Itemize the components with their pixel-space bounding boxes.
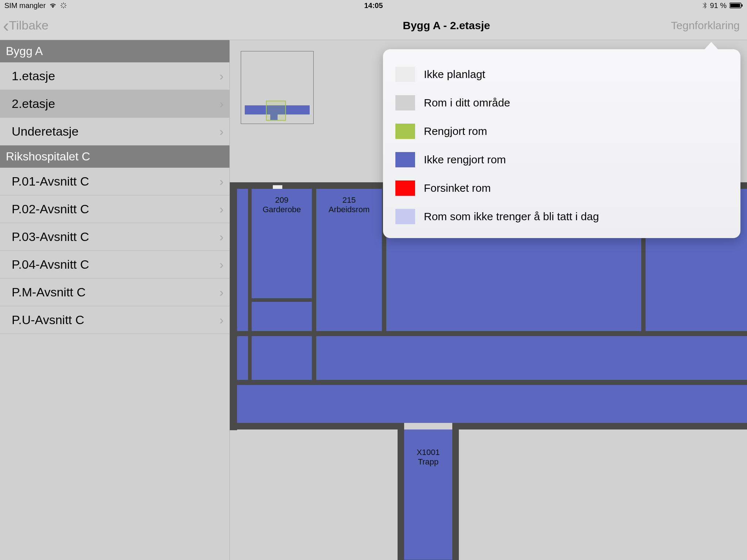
legend-swatch (395, 180, 415, 196)
sidebar-item-pm[interactable]: P.M-Avsnitt C › (0, 279, 229, 306)
room[interactable] (316, 336, 747, 380)
room-215[interactable]: 215 Arbeidsrom (316, 189, 382, 331)
svg-line-6 (62, 7, 62, 7)
wall (237, 331, 747, 336)
sidebar-item-p02[interactable]: P.02-Avsnitt C › (0, 195, 229, 223)
legend-label: Rengjort rom (424, 125, 487, 137)
room[interactable] (237, 385, 747, 423)
legend-label: Forsinket rom (424, 182, 491, 194)
legend-label: Ikke planlagt (424, 68, 485, 81)
svg-line-3 (65, 7, 66, 7)
chevron-right-icon: › (220, 97, 224, 111)
legend-popover: Ikke planlagt Rom i ditt område Rengjort… (383, 49, 740, 238)
wall (230, 182, 237, 430)
sidebar-item-label: P.U-Avsnitt C (12, 313, 84, 327)
room-number: 215 (342, 195, 356, 205)
legend-item: Rom i ditt område (383, 89, 740, 117)
wall (230, 423, 401, 429)
wall (248, 189, 252, 331)
map-area[interactable]: 209 Garderobe 215 Arbeidsrom X1001 Trapp (230, 40, 747, 560)
legend-label: Rom som ikke trenger å bli tatt i dag (424, 210, 599, 223)
sidebar-item-label: P.03-Avsnitt C (12, 230, 89, 244)
room[interactable] (252, 336, 312, 380)
bluetooth-icon (703, 2, 707, 9)
room-label: Garderobe (263, 205, 301, 214)
wall (312, 336, 316, 380)
floor-plan[interactable]: 209 Garderobe 215 Arbeidsrom X1001 Trapp (230, 219, 747, 427)
legend-label: Rom i ditt område (424, 97, 510, 109)
sidebar: Bygg A 1.etasje › 2.etasje › Underetasje… (0, 40, 230, 560)
room-label: Trapp (418, 457, 439, 467)
sidebar-item-label: 1.etasje (12, 69, 55, 83)
sidebar-item-pu[interactable]: P.U-Avsnitt C › (0, 306, 229, 334)
chevron-right-icon: › (220, 285, 224, 299)
sidebar-item-label: P.M-Avsnitt C (12, 285, 86, 299)
chevron-right-icon: › (220, 124, 224, 139)
room-number: 209 (275, 195, 289, 205)
wifi-icon (49, 3, 57, 8)
wall (452, 423, 747, 429)
room-label: Arbeidsrom (329, 205, 369, 214)
door-marker (273, 185, 282, 189)
sim-status: SIM mangler (4, 1, 46, 10)
wall (237, 380, 747, 385)
legend-swatch (395, 152, 415, 167)
room[interactable] (252, 302, 312, 331)
minimap[interactable] (241, 51, 314, 124)
loading-spinner-icon (60, 2, 67, 9)
wall (452, 423, 459, 560)
navigation-bar: ‹ Tilbake Bygg A - 2.etasje Tegnforklari… (0, 11, 747, 40)
svg-rect-10 (742, 4, 743, 7)
status-bar: SIM mangler 14:05 91 % (0, 0, 747, 11)
svg-line-2 (62, 4, 62, 4)
sidebar-section-header: Bygg A (0, 40, 229, 62)
back-button[interactable]: ‹ Tilbake (0, 18, 49, 32)
sidebar-item-label: P.01-Avsnitt C (12, 174, 89, 188)
legend-button[interactable]: Tegnforklaring (671, 19, 747, 32)
battery-percent: 91 % (710, 1, 727, 10)
wall (252, 298, 312, 302)
legend-label: Ikke rengjort rom (424, 153, 506, 166)
legend-swatch (395, 67, 415, 82)
legend-item: Rom som ikke trenger å bli tatt i dag (383, 202, 740, 231)
sidebar-item-1etasje[interactable]: 1.etasje › (0, 62, 229, 90)
room[interactable] (237, 336, 248, 380)
room-209[interactable]: 209 Garderobe (252, 189, 312, 298)
sidebar-item-p03[interactable]: P.03-Avsnitt C › (0, 223, 229, 251)
legend-item: Ikke rengjort rom (383, 145, 740, 174)
sidebar-item-label: Underetasje (12, 124, 78, 139)
svg-line-7 (65, 4, 66, 4)
legend-swatch (395, 95, 415, 110)
legend-item: Forsinket rom (383, 174, 740, 202)
wall (312, 189, 316, 331)
sidebar-item-p01[interactable]: P.01-Avsnitt C › (0, 168, 229, 195)
svg-rect-9 (730, 4, 740, 7)
sidebar-item-p04[interactable]: P.04-Avsnitt C › (0, 251, 229, 279)
battery-icon (729, 3, 743, 8)
wall (398, 423, 404, 560)
back-label: Tilbake (9, 18, 49, 32)
legend-item: Rengjort rom (383, 117, 740, 145)
page-title-wrap: Bygg A - 2.etasje (0, 19, 747, 32)
room-x1001[interactable]: X1001 Trapp (404, 429, 452, 560)
legend-swatch (395, 209, 415, 224)
clock: 14:05 (364, 1, 383, 10)
chevron-right-icon: › (220, 230, 224, 244)
chevron-right-icon: › (220, 313, 224, 327)
room-number: X1001 (417, 448, 440, 457)
minimap-viewport[interactable] (266, 101, 286, 121)
sidebar-item-2etasje[interactable]: 2.etasje › (0, 90, 229, 118)
chevron-right-icon: › (220, 174, 224, 188)
wall (248, 336, 252, 380)
legend-item: Ikke planlagt (383, 60, 740, 89)
sidebar-section-header: Rikshospitalet C (0, 145, 229, 168)
sidebar-item-label: P.04-Avsnitt C (12, 257, 89, 272)
chevron-right-icon: › (220, 202, 224, 216)
sidebar-item-underetasje[interactable]: Underetasje › (0, 118, 229, 145)
legend-swatch (395, 124, 415, 139)
sidebar-item-label: 2.etasje (12, 97, 55, 111)
sidebar-item-label: P.02-Avsnitt C (12, 202, 89, 216)
room[interactable] (237, 189, 248, 331)
chevron-right-icon: › (220, 69, 224, 83)
page-title: Bygg A - 2.etasje (403, 19, 490, 32)
